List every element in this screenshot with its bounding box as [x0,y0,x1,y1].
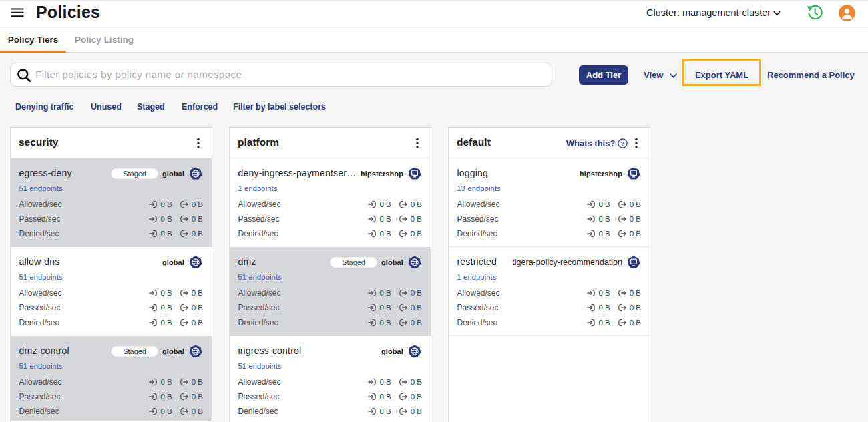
svg-text:?: ? [621,139,625,146]
